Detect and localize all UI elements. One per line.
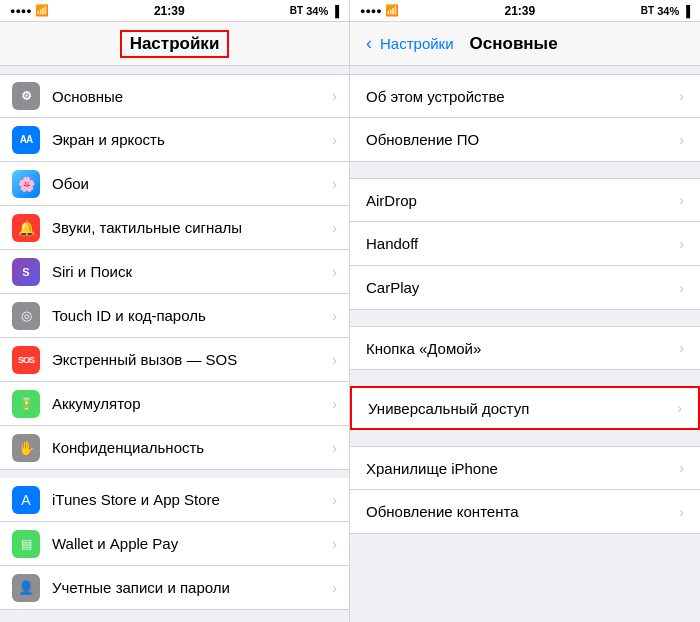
sidebar-item-accounts[interactable]: 👤 Учетные записи и пароли › xyxy=(0,566,349,610)
airdrop-label: AirDrop xyxy=(366,192,679,209)
right-item-handoff[interactable]: Handoff › xyxy=(350,222,700,266)
right-group-1: Об этом устройстве › Обновление ПО › xyxy=(350,74,700,162)
wallpaper-icon: 🌸 xyxy=(12,170,40,198)
right-item-airdrop[interactable]: AirDrop › xyxy=(350,178,700,222)
touchid-label: Touch ID и код-пароль xyxy=(52,307,332,324)
right-item-accessibility[interactable]: Универсальный доступ › xyxy=(350,386,700,430)
about-label: Об этом устройстве xyxy=(366,88,679,105)
display-chevron: › xyxy=(332,132,337,148)
left-header: Настройки xyxy=(0,22,349,66)
update-label: Обновление ПО xyxy=(366,131,679,148)
accounts-icon: 👤 xyxy=(12,574,40,602)
wallpaper-chevron: › xyxy=(332,176,337,192)
right-item-home[interactable]: Кнопка «Домой» › xyxy=(350,326,700,370)
right-item-update[interactable]: Обновление ПО › xyxy=(350,118,700,162)
siri-chevron: › xyxy=(332,264,337,280)
sounds-label: Звуки, тактильные сигналы xyxy=(52,219,332,236)
storage-label: Хранилище iPhone xyxy=(366,460,679,477)
accessibility-label: Универсальный доступ xyxy=(368,400,677,417)
accounts-label: Учетные записи и пароли xyxy=(52,579,332,596)
storage-chevron: › xyxy=(679,460,684,476)
bgrefresh-label: Обновление контента xyxy=(366,503,679,520)
touchid-icon: ◎ xyxy=(12,302,40,330)
wallet-icon: ▤ xyxy=(12,530,40,558)
back-button[interactable]: Настройки xyxy=(380,35,454,52)
status-time-left: 21:39 xyxy=(154,4,185,18)
appstore-label: iTunes Store и App Store xyxy=(52,491,332,508)
right-item-about[interactable]: Об этом устройстве › xyxy=(350,74,700,118)
sos-icon: SOS xyxy=(12,346,40,374)
status-signal-left: ●●●● 📶 xyxy=(10,4,49,17)
sidebar-item-display[interactable]: AA Экран и яркость › xyxy=(0,118,349,162)
sidebar-item-privacy[interactable]: ✋ Конфиденциальность › xyxy=(0,426,349,470)
right-title: Основные xyxy=(470,34,558,54)
sos-chevron: › xyxy=(332,352,337,368)
wallet-label: Wallet и Apple Pay xyxy=(52,535,332,552)
right-item-bgrefresh[interactable]: Обновление контента › xyxy=(350,490,700,534)
sounds-icon: 🔔 xyxy=(12,214,40,242)
battery-label: Аккумулятор xyxy=(52,395,332,412)
left-group-main: ⚙ Основные › AA Экран и яркость › 🌸 Обои… xyxy=(0,74,349,610)
sidebar-item-wallet[interactable]: ▤ Wallet и Apple Pay › xyxy=(0,522,349,566)
settings-left-panel: Настройки ⚙ Основные › AA Экран и яркост… xyxy=(0,22,350,622)
carplay-chevron: › xyxy=(679,280,684,296)
right-group-4: Универсальный доступ › xyxy=(350,386,700,430)
sounds-chevron: › xyxy=(332,220,337,236)
handoff-label: Handoff xyxy=(366,235,679,252)
accessibility-chevron: › xyxy=(677,400,682,416)
general-icon: ⚙ xyxy=(12,82,40,110)
handoff-chevron: › xyxy=(679,236,684,252)
wallet-chevron: › xyxy=(332,536,337,552)
right-group-5: Хранилище iPhone › Обновление контента › xyxy=(350,446,700,534)
general-chevron: › xyxy=(332,88,337,104)
battery-chevron: › xyxy=(332,396,337,412)
battery-icon: 🔋 xyxy=(12,390,40,418)
sidebar-item-wallpaper[interactable]: 🌸 Обои › xyxy=(0,162,349,206)
about-chevron: › xyxy=(679,88,684,104)
sidebar-item-battery[interactable]: 🔋 Аккумулятор › xyxy=(0,382,349,426)
sidebar-item-general[interactable]: ⚙ Основные › xyxy=(0,74,349,118)
sidebar-item-sounds[interactable]: 🔔 Звуки, тактильные сигналы › xyxy=(0,206,349,250)
carplay-label: CarPlay xyxy=(366,279,679,296)
update-chevron: › xyxy=(679,132,684,148)
sos-label: Экстренный вызов — SOS xyxy=(52,351,332,368)
status-time-right: 21:39 xyxy=(504,4,535,18)
right-header: ‹ Настройки Основные xyxy=(350,22,700,66)
sidebar-item-siri[interactable]: S Siri и Поиск › xyxy=(0,250,349,294)
appstore-icon: A xyxy=(12,486,40,514)
privacy-icon: ✋ xyxy=(12,434,40,462)
status-battery-left: BT 34% ▐ xyxy=(290,5,339,17)
sidebar-item-touchid[interactable]: ◎ Touch ID и код-пароль › xyxy=(0,294,349,338)
settings-list-right: Об этом устройстве › Обновление ПО › Air… xyxy=(350,66,700,622)
siri-icon: S xyxy=(12,258,40,286)
right-item-storage[interactable]: Хранилище iPhone › xyxy=(350,446,700,490)
siri-label: Siri и Поиск xyxy=(52,263,332,280)
left-title: Настройки xyxy=(120,30,230,58)
sidebar-item-appstore[interactable]: A iTunes Store и App Store › xyxy=(0,478,349,522)
settings-right-panel: ‹ Настройки Основные Об этом устройстве … xyxy=(350,22,700,622)
wallpaper-label: Обои xyxy=(52,175,332,192)
home-label: Кнопка «Домой» xyxy=(366,340,679,357)
back-chevron-icon: ‹ xyxy=(366,33,372,54)
airdrop-chevron: › xyxy=(679,192,684,208)
status-signal-right: ●●●● 📶 xyxy=(360,4,399,17)
settings-list-left: ⚙ Основные › AA Экран и яркость › 🌸 Обои… xyxy=(0,66,349,622)
right-item-carplay[interactable]: CarPlay › xyxy=(350,266,700,310)
general-label: Основные xyxy=(52,88,332,105)
appstore-chevron: › xyxy=(332,492,337,508)
accounts-chevron: › xyxy=(332,580,337,596)
home-chevron: › xyxy=(679,340,684,356)
touchid-chevron: › xyxy=(332,308,337,324)
right-group-3: Кнопка «Домой» › xyxy=(350,326,700,370)
display-label: Экран и яркость xyxy=(52,131,332,148)
display-icon: AA xyxy=(12,126,40,154)
right-group-2: AirDrop › Handoff › CarPlay › xyxy=(350,178,700,310)
status-battery-right: BT 34% ▐ xyxy=(641,5,690,17)
privacy-chevron: › xyxy=(332,440,337,456)
bgrefresh-chevron: › xyxy=(679,504,684,520)
sidebar-item-sos[interactable]: SOS Экстренный вызов — SOS › xyxy=(0,338,349,382)
privacy-label: Конфиденциальность xyxy=(52,439,332,456)
